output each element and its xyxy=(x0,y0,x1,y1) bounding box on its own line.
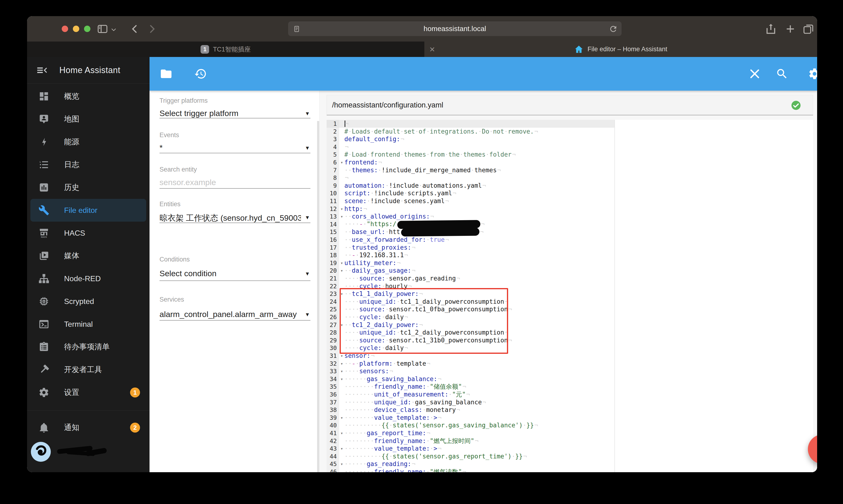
fold-arrow-icon[interactable]: ▾ xyxy=(339,267,344,274)
forward-icon[interactable] xyxy=(146,23,158,35)
fold-arrow-icon[interactable]: ▾ xyxy=(339,445,344,452)
sidebar-item-概览[interactable]: 概览 xyxy=(27,85,149,108)
sidebar-item-Node-RED[interactable]: Node-RED xyxy=(27,267,149,290)
code-editor[interactable]: 1¬2#·Loads·default·set·of·integrations.·… xyxy=(326,120,813,472)
code-line[interactable]: 17··trusted_proxies:¬ xyxy=(326,244,813,252)
code-line[interactable]: 2#·Loads·default·set·of·integrations.·Do… xyxy=(326,128,813,136)
gear-icon[interactable] xyxy=(808,67,817,80)
code-line[interactable]: 1¬ xyxy=(326,120,813,128)
code-line[interactable]: 19▾utility_meter:¬ xyxy=(326,259,813,267)
minimize-window-button[interactable] xyxy=(73,25,79,32)
fold-arrow-icon[interactable]: ▾ xyxy=(339,213,344,220)
chevron-down-icon[interactable]: ▼ xyxy=(305,111,310,117)
sidebar-item-历史[interactable]: 历史 xyxy=(27,176,149,199)
code-line[interactable]: 41▾······gas_report_time:¬ xyxy=(326,429,813,437)
field-select[interactable]: Select condition xyxy=(160,269,301,278)
sidebar-item-开发者工具[interactable]: 开发者工具 xyxy=(27,358,149,381)
fold-arrow-icon[interactable]: ▾ xyxy=(339,460,344,468)
sidebar-item-notifications[interactable]: 通知2 xyxy=(27,416,149,439)
code-line[interactable]: 15··base_url:·htt¬ xyxy=(326,228,813,236)
back-icon[interactable] xyxy=(129,23,141,35)
chevron-down-icon[interactable]: ▼ xyxy=(305,145,310,151)
code-line[interactable]: 33▾····sensors:¬ xyxy=(326,367,813,375)
code-line[interactable]: 4¬ xyxy=(326,143,813,151)
close-tab-icon[interactable]: ✕ xyxy=(428,45,437,54)
sidebar-item-日志[interactable]: 日志 xyxy=(27,153,149,176)
user-profile[interactable] xyxy=(27,440,149,463)
sidebar-item-能源[interactable]: 能源 xyxy=(27,130,149,153)
share-icon[interactable] xyxy=(765,23,777,35)
chevron-down-icon[interactable]: ▼ xyxy=(305,215,310,221)
tab-tc1[interactable]: 1 TC1智能插座 xyxy=(27,41,424,57)
sidebar-item-媒体[interactable]: 媒体 xyxy=(27,245,149,267)
chevron-down-icon[interactable] xyxy=(111,26,117,33)
fold-arrow-icon[interactable]: ▾ xyxy=(339,159,344,166)
file-path-field[interactable]: /homeassistant/configuration.yaml xyxy=(326,95,813,115)
code-line[interactable]: 9automation:·!include·automations.yaml¬ xyxy=(326,182,813,190)
code-line[interactable]: 39▾········value_template:·>¬ xyxy=(326,414,813,422)
code-line[interactable]: 10script:·!include·scripts.yaml¬ xyxy=(326,190,813,197)
zoom-window-button[interactable] xyxy=(84,25,90,32)
code-line[interactable]: 12▾http:¬ xyxy=(326,205,813,213)
fold-arrow-icon[interactable]: ▾ xyxy=(339,429,344,437)
code-line[interactable]: 8¬ xyxy=(326,174,813,182)
close-icon[interactable] xyxy=(748,67,761,80)
close-window-button[interactable] xyxy=(62,25,68,32)
new-tab-icon[interactable] xyxy=(784,23,796,35)
code-line[interactable]: 5#·Load·frontend·themes·from·the·themes·… xyxy=(326,151,813,159)
sidebar-item-待办事项清单[interactable]: 待办事项清单 xyxy=(27,336,149,358)
tab-overview-icon[interactable] xyxy=(802,23,814,35)
code-line[interactable]: 46········friendly_name:·"燃气读数"¬ xyxy=(326,468,813,472)
code-line[interactable]: 14····-·"https:/¬ xyxy=(326,220,813,228)
code-line[interactable]: 20▾··daily_gas_usage:¬ xyxy=(326,267,813,274)
fold-arrow-icon[interactable]: ▾ xyxy=(339,259,344,267)
code-line[interactable]: 37········unique_id:·gas_saving_balance¬ xyxy=(326,398,813,406)
avatar[interactable] xyxy=(31,442,51,462)
code-line[interactable]: 34▾······gas_saving_balance:¬ xyxy=(326,375,813,383)
code-line[interactable]: 3default_config:¬ xyxy=(326,135,813,143)
fold-arrow-icon[interactable]: ▾ xyxy=(339,205,344,213)
fold-arrow-icon[interactable]: ▾ xyxy=(339,367,344,375)
code-line[interactable]: 45▾······gas_reading:¬ xyxy=(326,460,813,468)
code-line[interactable]: 32▾··-·platform:·template¬ xyxy=(326,360,813,367)
fold-arrow-icon[interactable]: ▾ xyxy=(339,414,344,422)
code-line[interactable]: 44··········{{·states('sensor.gas_report… xyxy=(326,452,813,460)
code-line[interactable]: 13▾··cors_allowed_origins:¬ xyxy=(326,213,813,220)
field-select[interactable]: Select trigger platform xyxy=(160,109,301,118)
search-icon[interactable] xyxy=(776,67,788,80)
sidebar-item-Scrypted[interactable]: Scrypted xyxy=(27,290,149,313)
tab-file-editor[interactable]: File editor – Home Assistant xyxy=(424,41,817,57)
sidebar-item-HACS[interactable]: HACSHACS xyxy=(27,222,149,245)
code-line[interactable]: 6▾frontend:¬ xyxy=(326,159,813,166)
code-line[interactable]: 18··-·192.168.31.1¬ xyxy=(326,251,813,259)
code-line[interactable]: 35········friendly_name:·"储值余额"¬ xyxy=(326,383,813,391)
sidebar-item-地图[interactable]: 地图 xyxy=(27,108,149,130)
chevron-down-icon[interactable]: ▼ xyxy=(305,311,310,318)
fold-arrow-icon[interactable]: ▾ xyxy=(339,360,344,367)
refresh-icon[interactable] xyxy=(609,24,618,34)
code-line[interactable]: 16··use_x_forwarded_for:·true¬ xyxy=(326,236,813,244)
address-bar[interactable]: homeassistant.local xyxy=(288,21,622,36)
field-input[interactable]: sensor.example xyxy=(160,178,310,187)
code-line[interactable]: 36········unit_of_measurement:·"元"¬ xyxy=(326,391,813,398)
history-icon[interactable] xyxy=(194,67,207,80)
menu-collapse-icon[interactable] xyxy=(36,64,49,77)
code-line[interactable]: 11scene:·!include·scenes.yaml¬ xyxy=(326,197,813,205)
code-line[interactable]: 7··themes:·!include_dir_merge_named·them… xyxy=(326,166,813,174)
sidebar-item-设置[interactable]: 设置1 xyxy=(27,381,149,404)
field-select[interactable]: alarm_control_panel.alarm_arm_away xyxy=(160,310,301,319)
sidebar-item-Terminal[interactable]: Terminal xyxy=(27,313,149,336)
code-line[interactable]: 21····source:·sensor.gas_reading¬ xyxy=(326,274,813,282)
code-line[interactable]: 42········friendly_name:·"燃气上报时间"¬ xyxy=(326,437,813,445)
reader-icon[interactable] xyxy=(292,25,301,33)
field-select[interactable]: * xyxy=(160,143,301,152)
field-select[interactable]: 晾衣架 工作状态 (sensor.hyd_cn_5900341… xyxy=(160,213,301,223)
code-line[interactable]: 40··········{{·states('sensor.gas_saving… xyxy=(326,421,813,429)
sidebar-item-File editor[interactable]: File editor xyxy=(30,199,146,222)
sidebar-icon[interactable] xyxy=(96,23,109,35)
chevron-down-icon[interactable]: ▼ xyxy=(305,271,310,277)
fold-arrow-icon[interactable]: ▾ xyxy=(339,375,344,383)
code-line[interactable]: 38········device_class:·monetary¬ xyxy=(326,406,813,414)
panel-scrollbar[interactable] xyxy=(317,121,319,472)
folder-icon[interactable] xyxy=(160,67,173,80)
